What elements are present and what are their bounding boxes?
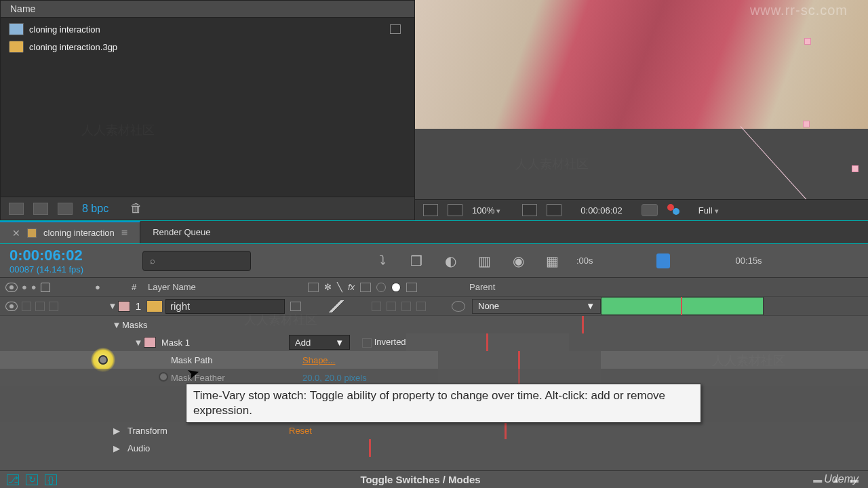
shy-switch-icon[interactable] (308, 283, 319, 292)
mask-vertex[interactable] (804, 38, 811, 45)
inverted-checkbox[interactable] (362, 338, 372, 348)
display-options-icon[interactable] (522, 204, 537, 216)
current-timecode[interactable]: 0:00:06:02 (9, 247, 126, 264)
mask-path-row[interactable]: Mask Path Shape... (0, 351, 868, 369)
timecode-block[interactable]: 0:00:06:02 00087 (14.141 fps) (0, 244, 136, 277)
adjustment-switch[interactable] (401, 302, 411, 311)
layer-name-column-header[interactable]: Layer Name (148, 282, 302, 292)
label-column-icon[interactable]: ● (95, 282, 100, 292)
adjustment-switch-icon[interactable] (391, 283, 401, 292)
3d-switch[interactable] (416, 302, 426, 311)
toggle-switches-modes[interactable]: Toggle Switches / Modes (75, 474, 766, 485)
twirl-down-icon[interactable]: ▼ (133, 338, 144, 348)
motion-blur-switch[interactable] (387, 302, 396, 311)
project-body[interactable]: cloning interaction cloning interaction.… (1, 18, 414, 197)
parent-dropdown[interactable]: None▼ (472, 299, 601, 314)
quality-switch[interactable] (323, 300, 350, 312)
solo-column-icon[interactable]: ● (31, 282, 37, 292)
time-ruler[interactable]: :00s 00:15s (576, 244, 868, 277)
mask-feather-value[interactable]: 20.0, 20.0 pixels (302, 373, 438, 383)
twirl-right-icon[interactable]: ▶ (111, 426, 122, 436)
transparency-grid-icon[interactable] (448, 204, 462, 216)
project-header-name[interactable]: Name (1, 1, 414, 18)
stopwatch-icon[interactable] (159, 372, 168, 382)
group-label: Audio (127, 443, 150, 453)
channel-icon[interactable] (667, 204, 682, 216)
quality-switch-icon[interactable]: ╲ (337, 282, 342, 292)
frame-blend-switch[interactable] (372, 302, 381, 311)
preview-timecode[interactable]: 0:00:06:02 (580, 205, 622, 216)
snapshot-icon[interactable] (642, 204, 658, 216)
mask-color[interactable] (144, 337, 156, 348)
pickwhip-icon[interactable] (452, 301, 465, 312)
shy-icon[interactable]: ◐ (441, 253, 460, 269)
interpret-footage-icon[interactable] (9, 203, 24, 215)
comp-mini-flowchart-icon[interactable]: ⤵ (373, 253, 392, 269)
search-icon: ⌕ (150, 256, 155, 266)
current-time-indicator[interactable] (656, 253, 670, 268)
eye-icon[interactable] (5, 283, 18, 292)
zoom-out-icon[interactable]: ▬ (813, 474, 822, 485)
composition-viewport[interactable] (415, 0, 868, 199)
zoom-in-icon[interactable]: ▬ (850, 474, 859, 485)
shy-switch[interactable] (290, 302, 301, 311)
mask-vertex[interactable] (852, 165, 859, 172)
3d-switch-icon[interactable] (406, 283, 417, 292)
mask-path-value[interactable]: Shape... (302, 355, 438, 365)
collapse-switch-icon[interactable]: ✼ (324, 282, 332, 292)
layer-lock-toggle[interactable] (49, 302, 58, 311)
new-comp-icon[interactable] (58, 203, 73, 215)
transform-group-row[interactable]: ▶ Transform Reset (0, 422, 868, 439)
project-item-video[interactable]: cloning interaction.3gp (6, 38, 409, 56)
mask-visibility-icon[interactable] (547, 204, 561, 216)
lock-icon[interactable] (41, 283, 50, 292)
layer-label-color[interactable] (118, 301, 130, 312)
new-folder-icon[interactable] (33, 203, 48, 215)
mask-vertex[interactable] (803, 121, 810, 127)
frame-blend-switch-icon[interactable] (360, 283, 371, 292)
motion-blur-icon[interactable]: ◉ (509, 253, 528, 269)
timeline-tab-active[interactable]: ✕ cloning interaction ≡ (0, 221, 140, 243)
layer-solo-toggle[interactable] (35, 302, 45, 311)
twirl-right-icon[interactable]: ▶ (111, 443, 122, 453)
parent-column-header[interactable]: Parent (469, 282, 618, 292)
audio-column-icon[interactable]: ● (22, 282, 27, 292)
motion-blur-switch-icon[interactable] (376, 283, 386, 292)
tab-menu-icon[interactable]: ≡ (121, 227, 127, 239)
prop-label: Mask Feather (171, 373, 224, 383)
project-item-comp[interactable]: cloning interaction (6, 20, 409, 38)
twirl-down-icon[interactable]: ▼ (107, 301, 118, 311)
always-preview-icon[interactable] (423, 204, 438, 216)
draft-3d-icon[interactable]: ❒ (407, 253, 426, 269)
transform-reset[interactable]: Reset (289, 426, 425, 436)
zoom-slider-icon[interactable]: ▲ (831, 474, 840, 485)
bpc-button[interactable]: 8 bpc (82, 203, 108, 215)
resolution-dropdown[interactable]: Full (698, 205, 719, 216)
close-icon[interactable]: ✕ (12, 228, 20, 239)
zoom-dropdown[interactable]: 100% (472, 205, 500, 216)
masks-group-row[interactable]: ▼ Masks (0, 316, 868, 333)
mask-mode-dropdown[interactable]: Add▼ (289, 335, 350, 350)
prop-label: Mask Path (171, 355, 212, 365)
effects-switch-icon[interactable]: fx (348, 282, 355, 292)
layer-track-bar[interactable] (601, 297, 764, 315)
layer-audio-toggle[interactable] (22, 302, 31, 311)
cti-line (681, 297, 682, 315)
footer-icon-1[interactable]: ⎇ (7, 474, 19, 485)
layer-name-input[interactable]: right (165, 299, 285, 314)
timeline-search[interactable]: ⌕ (142, 251, 251, 271)
graph-editor-icon[interactable]: ▦ (542, 253, 561, 269)
num-column-header[interactable]: # (132, 282, 148, 292)
flowchart-icon[interactable] (390, 24, 401, 34)
footer-icon-3[interactable]: {} (45, 474, 57, 485)
layer-row-1[interactable]: ▼ 1 right None▼ (0, 297, 868, 316)
trash-icon[interactable]: 🗑 (130, 201, 142, 216)
twirl-down-icon[interactable]: ▼ (111, 320, 122, 330)
audio-group-row[interactable]: ▶ Audio (0, 439, 868, 457)
footer-icon-2[interactable]: ↻ (26, 474, 38, 485)
mask-name[interactable]: Mask 1 (161, 338, 190, 348)
frame-blend-icon[interactable]: ▥ (475, 253, 494, 269)
layer-video-toggle[interactable] (5, 302, 18, 311)
timeline-footer: ⎇ ↻ {} Toggle Switches / Modes ▬ ▲ ▬ (0, 470, 868, 488)
timeline-tab-render-queue[interactable]: Render Queue (140, 221, 222, 243)
